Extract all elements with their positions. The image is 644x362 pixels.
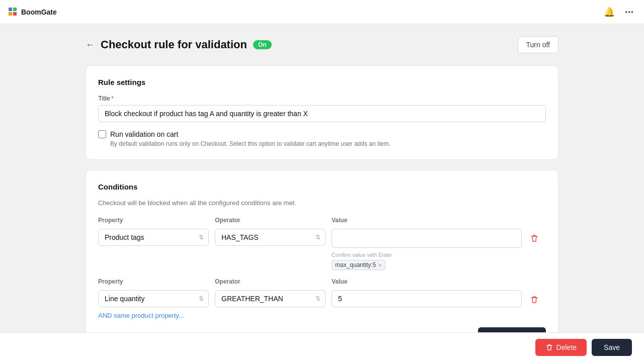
operator-select-wrapper-2: GREATHER_THAN HAS_TAGS ⇅ bbox=[215, 290, 326, 307]
conditions-title: Conditions bbox=[98, 183, 546, 191]
property-select-1[interactable]: Product tags Line quantity bbox=[98, 229, 209, 246]
more-button[interactable]: ••• bbox=[623, 6, 636, 18]
save-button[interactable]: Save bbox=[592, 339, 632, 356]
back-icon: ← bbox=[86, 40, 95, 50]
checkbox-desc: By default validation runs only on Check… bbox=[110, 140, 546, 147]
topnav-right: 🔔 ••• bbox=[602, 5, 636, 20]
tag-hints-row: Confirm value with Enter max_quantity:5 … bbox=[98, 252, 546, 270]
operator-col-1: HAS_TAGS GREATHER_THAN ⇅ bbox=[215, 229, 326, 246]
condition-row-1: Product tags Line quantity ⇅ HAS_TAGS GR… bbox=[98, 229, 546, 248]
delete-row-2-button[interactable] bbox=[528, 293, 541, 306]
topnav: BoomGate 🔔 ••• bbox=[0, 0, 644, 24]
delete-col-2 bbox=[528, 290, 546, 306]
property-col-2: Line quantity Product tags ⇅ bbox=[98, 290, 209, 307]
conditions-header-row-2: Property Operator Value bbox=[98, 278, 546, 288]
delete-col-1 bbox=[528, 229, 546, 245]
svg-rect-1 bbox=[9, 12, 12, 16]
tag-hint-text: Confirm value with Enter bbox=[332, 252, 522, 258]
col-header-operator-2: Operator bbox=[215, 278, 326, 285]
property-col-1: Product tags Line quantity ⇅ bbox=[98, 229, 209, 246]
value-col-1 bbox=[332, 229, 522, 248]
page-header-left: ← Checkout rule for validation On bbox=[86, 38, 272, 51]
operator-select-wrapper-1: HAS_TAGS GREATHER_THAN ⇅ bbox=[215, 229, 326, 246]
col-header-value-1: Value bbox=[332, 217, 522, 224]
turn-off-button[interactable]: Turn off bbox=[518, 36, 558, 53]
conditions-card: Conditions Checkout will be blocked when… bbox=[86, 170, 558, 357]
tag-list-1: max_quantity:5 × bbox=[332, 260, 522, 270]
value-col-2 bbox=[332, 290, 522, 307]
col-header-property-1: Property bbox=[98, 217, 209, 224]
value-input-2[interactable] bbox=[332, 290, 522, 307]
checkbox-row: Run validation on cart bbox=[98, 130, 546, 138]
checkbox-area: Run validation on cart By default valida… bbox=[98, 130, 546, 147]
rule-settings-title: Rule settings bbox=[98, 78, 546, 86]
condition-row-2: Line quantity Product tags ⇅ GREATHER_TH… bbox=[98, 290, 546, 307]
condition-group-1: Product tags Line quantity ⇅ HAS_TAGS GR… bbox=[98, 229, 546, 270]
main-content: ← Checkout rule for validation On Turn o… bbox=[45, 24, 599, 362]
svg-rect-0 bbox=[9, 8, 12, 11]
rule-settings-card: Rule settings Title* Run validation on c… bbox=[86, 65, 558, 160]
title-field: Title* bbox=[98, 95, 546, 122]
trash-icon-2 bbox=[530, 295, 539, 304]
delete-row-1-button[interactable] bbox=[528, 232, 541, 245]
col-header-property-2: Property bbox=[98, 278, 209, 285]
operator-select-1[interactable]: HAS_TAGS GREATHER_THAN bbox=[215, 229, 326, 246]
tag-chip-label: max_quantity:5 bbox=[335, 261, 376, 268]
property-select-wrapper-2: Line quantity Product tags ⇅ bbox=[98, 290, 209, 307]
svg-rect-2 bbox=[13, 8, 17, 11]
condition-group-2: Line quantity Product tags ⇅ GREATHER_TH… bbox=[98, 290, 546, 319]
logo-icon bbox=[8, 7, 18, 17]
title-input[interactable] bbox=[98, 105, 546, 122]
app-logo: BoomGate bbox=[8, 7, 57, 17]
svg-rect-3 bbox=[13, 12, 17, 16]
delete-icon bbox=[545, 343, 553, 351]
run-validation-checkbox[interactable] bbox=[98, 130, 106, 138]
col-header-value-2: Value bbox=[332, 278, 522, 285]
page-title: Checkout rule for validation bbox=[101, 38, 247, 51]
tag-input-area-1[interactable] bbox=[332, 229, 522, 248]
title-label: Title* bbox=[98, 95, 546, 102]
trash-icon-1 bbox=[530, 234, 539, 243]
app-name: BoomGate bbox=[21, 8, 57, 16]
conditions-header-row: Property Operator Value bbox=[98, 217, 546, 227]
tag-chip-1: max_quantity:5 × bbox=[332, 260, 385, 270]
delete-label: Delete bbox=[556, 343, 577, 351]
back-button[interactable]: ← bbox=[86, 40, 95, 50]
conditions-desc: Checkout will be blocked when all the co… bbox=[98, 199, 546, 207]
more-icon: ••• bbox=[625, 8, 634, 16]
topnav-left: BoomGate bbox=[8, 7, 57, 17]
col-header-operator-1: Operator bbox=[215, 217, 326, 224]
and-same-row: AND same product property... bbox=[98, 311, 546, 319]
and-same-link[interactable]: AND same product property... bbox=[98, 312, 184, 319]
property-select-2[interactable]: Line quantity Product tags bbox=[98, 290, 209, 307]
checkbox-label: Run validation on cart bbox=[110, 130, 178, 138]
page-header: ← Checkout rule for validation On Turn o… bbox=[86, 36, 558, 53]
status-badge: On bbox=[253, 40, 272, 49]
property-select-wrapper-1: Product tags Line quantity ⇅ bbox=[98, 229, 209, 246]
tag-area: Confirm value with Enter max_quantity:5 … bbox=[332, 252, 522, 270]
operator-col-2: GREATHER_THAN HAS_TAGS ⇅ bbox=[215, 290, 326, 307]
bell-icon: 🔔 bbox=[604, 7, 615, 18]
delete-button[interactable]: Delete bbox=[535, 339, 587, 356]
bottom-actions: Delete Save bbox=[0, 332, 644, 362]
required-star: * bbox=[111, 95, 114, 102]
tag-chip-remove-1[interactable]: × bbox=[378, 262, 382, 268]
bell-button[interactable]: 🔔 bbox=[602, 5, 617, 20]
operator-select-2[interactable]: GREATHER_THAN HAS_TAGS bbox=[215, 290, 326, 307]
